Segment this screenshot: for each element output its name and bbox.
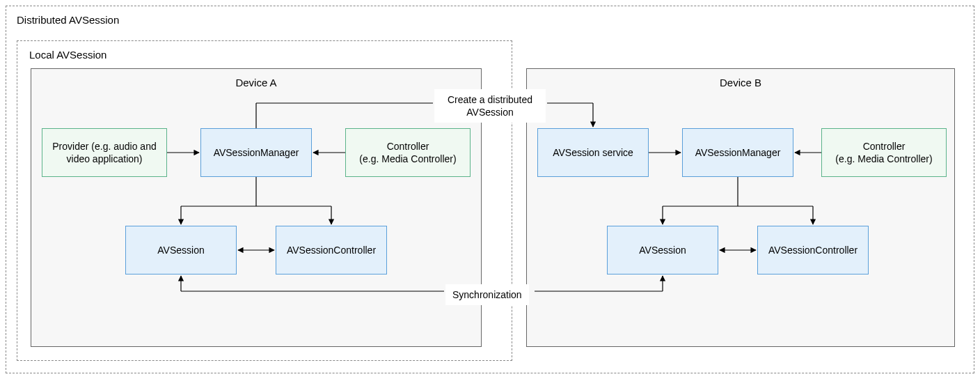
synchronization-text: Synchronization <box>452 289 522 300</box>
device-b-controller-text: Controller (e.g. Media Controller) <box>835 140 932 165</box>
device-a-session: AVSession <box>125 226 237 274</box>
device-a-session-text: AVSession <box>157 244 204 256</box>
device-b-title: Device B <box>720 77 761 88</box>
local-avsession-label: Local AVSession <box>25 47 111 62</box>
device-b-session-controller-text: AVSessionController <box>768 244 858 256</box>
device-b-session-text: AVSession <box>639 244 686 256</box>
device-a-title: Device A <box>235 77 276 88</box>
device-b-controller: Controller (e.g. Media Controller) <box>821 128 947 177</box>
create-distributed-text: Create a distributed AVSession <box>448 94 532 118</box>
device-a-provider: Provider (e.g. audio and video applicati… <box>42 128 167 177</box>
device-b-panel: Device B <box>526 68 955 347</box>
device-b-manager-text: AVSessionManager <box>695 146 781 159</box>
device-a-controller-text: Controller (e.g. Media Controller) <box>359 140 456 165</box>
device-b-manager: AVSessionManager <box>682 128 793 177</box>
synchronization-label: Synchronization <box>445 284 529 305</box>
device-b-service-text: AVSession service <box>553 146 633 159</box>
device-a-manager-text: AVSessionManager <box>214 146 299 159</box>
device-b-service: AVSession service <box>537 128 649 177</box>
device-a-panel: Device A <box>31 68 482 347</box>
device-a-controller: Controller (e.g. Media Controller) <box>345 128 471 177</box>
device-b-session: AVSession <box>607 226 718 274</box>
create-distributed-label: Create a distributed AVSession <box>434 89 546 123</box>
device-b-session-controller: AVSessionController <box>757 226 869 274</box>
device-a-session-controller: AVSessionController <box>276 226 387 274</box>
device-a-session-controller-text: AVSessionController <box>287 244 376 256</box>
distributed-avsession-label: Distributed AVSession <box>13 13 123 27</box>
device-a-manager: AVSessionManager <box>200 128 312 177</box>
device-a-provider-text: Provider (e.g. audio and video applicati… <box>45 140 164 165</box>
